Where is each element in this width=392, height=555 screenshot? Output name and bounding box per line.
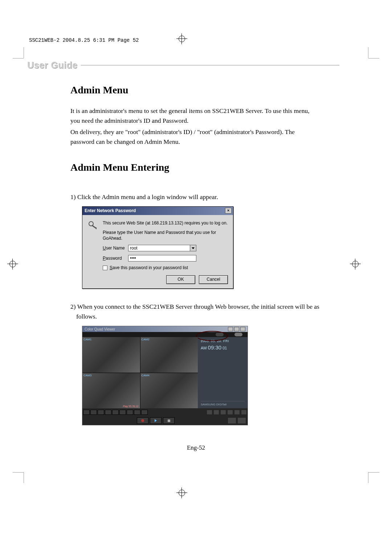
password-label: Password	[103, 256, 128, 261]
dialog-titlebar: Enter Network Password ×	[82, 207, 233, 215]
toolbar-button[interactable]	[98, 410, 104, 415]
viewer-screenshot: Color Quad Viewer CAM1 CAM2 CAM3 Play 55…	[82, 326, 248, 425]
maximize-icon[interactable]	[234, 327, 239, 331]
layout-16-icon[interactable]	[234, 410, 240, 415]
paragraph: It is an administrator's menu to set the…	[70, 106, 320, 126]
heading-admin-menu-entering: Admin Menu Entering	[70, 162, 320, 173]
viewer-time: AM 09:30 01	[201, 344, 245, 351]
viewer-playback-controls	[82, 416, 248, 425]
close-icon[interactable]	[240, 327, 245, 331]
viewer-title-text: Color Quad Viewer	[85, 327, 115, 331]
brand-label: SAMSUNG DIGITall	[201, 401, 245, 406]
chevron-down-icon	[192, 247, 195, 249]
close-button[interactable]: ×	[225, 208, 232, 214]
key-icon	[87, 220, 99, 232]
step-2: 2) When you connect to the SSC21WEB Serv…	[70, 302, 320, 321]
camera-1[interactable]: CAM1	[82, 337, 140, 373]
viewer-side-panel: 2003. 05. 20. FRI AM 09:30 01 SAMSUNG DI…	[198, 337, 248, 408]
crop-corner	[24, 47, 24, 58]
dialog-message-1: This secure Web Site (at 168.219.13.132)…	[103, 220, 228, 226]
crop-corner	[368, 472, 368, 483]
page-number: Eng-52	[0, 444, 392, 451]
toolbar-button[interactable]	[119, 410, 126, 415]
crop-corner	[13, 472, 24, 473]
camera-3[interactable]: CAM3 Play 55.78.12	[82, 373, 140, 409]
toolbar-button[interactable]	[134, 410, 140, 415]
camera-quad-grid: CAM1 CAM2 CAM3 Play 55.78.12 CAM4	[82, 337, 198, 408]
crop-corner	[13, 58, 24, 58]
camera-4[interactable]: CAM4	[140, 373, 198, 409]
print-header: SSC21WEB-2 2004.8.25 6:31 PM Page 52	[29, 37, 139, 43]
record-button[interactable]	[137, 417, 148, 424]
login-dialog: Enter Network Password × This secure Web…	[82, 206, 233, 289]
toolbar-button[interactable]	[105, 410, 111, 415]
stop-button[interactable]	[163, 417, 175, 424]
play-button[interactable]	[150, 417, 162, 424]
layout-fullscreen-icon[interactable]	[241, 410, 247, 415]
svg-rect-2	[96, 227, 97, 229]
toolbar-button[interactable]	[90, 410, 97, 415]
layout-9-icon[interactable]	[227, 410, 233, 415]
crop-corner	[368, 58, 379, 58]
control-button[interactable]	[237, 417, 246, 424]
crop-corner	[368, 472, 379, 473]
layout-2-icon[interactable]	[213, 410, 219, 415]
dialog-message-2: Please type the User Name and Password t…	[103, 230, 228, 241]
camera-2[interactable]: CAM2	[140, 337, 198, 373]
toolbar-button[interactable]	[141, 410, 148, 415]
control-button[interactable]	[228, 417, 236, 424]
paragraph: On delivery, they are "root" (administra…	[70, 127, 320, 147]
play-timestamp: Play 55.78.12	[123, 405, 139, 408]
save-password-checkbox[interactable]	[103, 266, 107, 270]
viewer-titlebar: Color Quad Viewer	[82, 326, 248, 332]
crop-corner	[24, 472, 24, 483]
viewer-bottom-bar	[82, 408, 248, 416]
toolbar-button[interactable]	[83, 410, 90, 415]
section-rule	[81, 65, 339, 65]
step-1: 1) Click the Admin menu and a login wind…	[70, 192, 320, 202]
heading-admin-menu: Admin Menu	[70, 84, 320, 96]
save-password-label: Save this password in your password list	[110, 265, 188, 270]
layout-1-icon[interactable]	[207, 410, 212, 415]
section-title: User Guide	[27, 60, 77, 70]
dialog-title-text: Enter Network Password	[85, 208, 136, 213]
minimize-icon[interactable]	[228, 327, 233, 331]
cancel-button[interactable]: Cancel	[199, 275, 228, 284]
toolbar-button[interactable]	[127, 410, 133, 415]
ok-button[interactable]: OK	[166, 275, 195, 284]
admin-menu-icon[interactable]	[234, 333, 242, 336]
toolbar-button[interactable]	[112, 410, 119, 415]
crop-corner	[368, 47, 368, 58]
password-input[interactable]	[128, 255, 196, 262]
username-input[interactable]	[128, 245, 190, 251]
svg-rect-1	[91, 225, 96, 228]
username-dropdown-button[interactable]	[190, 245, 196, 251]
layout-4-icon[interactable]	[220, 410, 226, 415]
username-label: User Name	[103, 246, 128, 251]
